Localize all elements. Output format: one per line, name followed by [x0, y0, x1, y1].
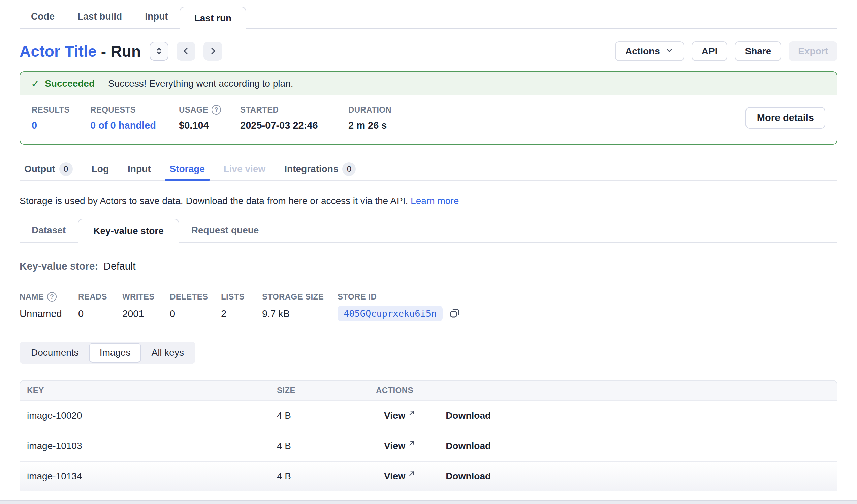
info-name: NAME ? Unnamed	[19, 292, 78, 321]
usage-help-icon[interactable]: ?	[212, 105, 221, 115]
prev-run-button[interactable]	[177, 42, 196, 61]
external-link-icon	[408, 469, 415, 480]
stat-results-value[interactable]: 0	[32, 120, 90, 131]
col-header-key: KEY	[20, 386, 277, 395]
check-icon: ✓	[31, 78, 39, 90]
download-link[interactable]: Download	[446, 410, 491, 421]
stat-usage-label: USAGE ?	[179, 105, 240, 115]
page-title: Actor Title - Run	[19, 42, 141, 60]
info-deletes-label: DELETES	[170, 292, 221, 302]
info-deletes: DELETES 0	[170, 292, 221, 321]
actor-run-page: Code Last build Input Last run Actor Tit…	[0, 5, 857, 491]
run-tab-output[interactable]: Output 0	[24, 158, 73, 180]
filter-documents[interactable]: Documents	[21, 343, 89, 363]
run-tab-storage[interactable]: Storage	[169, 158, 204, 180]
export-button: Export	[789, 41, 838, 61]
storage-tab-dataset-label: Dataset	[32, 225, 66, 236]
view-link-label: View	[384, 441, 405, 451]
run-tab-integrations-label: Integrations	[284, 164, 338, 174]
stat-requests-value[interactable]: 0 of 0 handled	[90, 120, 179, 131]
view-link[interactable]: View	[384, 471, 415, 482]
stat-results-label: RESULTS	[32, 105, 90, 115]
key-cell: image-10103	[20, 441, 277, 451]
share-button[interactable]: Share	[735, 41, 781, 61]
stat-results: RESULTS 0	[32, 105, 90, 144]
info-writes-value: 2001	[122, 308, 170, 319]
table-row: image-10103 4 B View Download	[20, 431, 837, 461]
view-link[interactable]: View	[384, 441, 415, 451]
more-details-button[interactable]: More details	[745, 107, 825, 128]
storage-tab-request-queue-label: Request queue	[191, 225, 259, 236]
learn-more-link[interactable]: Learn more	[411, 196, 459, 206]
actor-title-link[interactable]: Actor Title	[19, 43, 97, 60]
stat-duration-label: DURATION	[348, 105, 436, 115]
stat-duration-value: 2 m 26 s	[348, 120, 436, 131]
api-button[interactable]: API	[692, 41, 728, 61]
tab-last-run[interactable]: Last run	[180, 7, 246, 29]
tab-last-build-label: Last build	[78, 11, 122, 22]
run-tab-input-label: Input	[128, 164, 151, 174]
run-tab-storage-label: Storage	[169, 164, 204, 174]
run-tab-live-view-label: Live view	[224, 164, 266, 174]
storage-tab-request-queue[interactable]: Request queue	[179, 219, 271, 242]
info-writes-label: WRITES	[122, 292, 170, 302]
stat-requests: REQUESTS 0 of 0 handled	[90, 105, 179, 144]
filter-all-keys[interactable]: All keys	[141, 343, 194, 363]
info-writes: WRITES 2001	[122, 292, 170, 321]
info-lists-value: 2	[221, 308, 262, 319]
tab-code-label: Code	[31, 11, 54, 22]
info-reads: READS 0	[78, 292, 122, 321]
copy-store-id-button[interactable]	[449, 307, 461, 320]
title-row: Actor Title - Run Actions	[19, 40, 838, 62]
info-name-label: NAME ?	[19, 292, 78, 302]
store-id-wrap: 405GQcuprxeku6i5n	[338, 306, 461, 321]
actions-cell: View Download	[376, 471, 837, 482]
external-link-icon	[408, 408, 415, 419]
tab-input[interactable]: Input	[133, 5, 179, 28]
actions-button[interactable]: Actions	[615, 41, 684, 61]
info-storage-size-value: 9.7 kB	[262, 308, 338, 319]
store-id-value[interactable]: 405GQcuprxeku6i5n	[338, 306, 443, 321]
info-lists-label: LISTS	[221, 292, 262, 302]
next-run-button[interactable]	[203, 42, 222, 61]
run-tab-bar: Output 0 Log Input Storage Live view Int…	[19, 158, 838, 181]
table-row: image-10134 4 B View Download	[20, 461, 837, 491]
run-tab-log[interactable]: Log	[91, 158, 109, 180]
api-button-label: API	[702, 46, 718, 56]
download-link[interactable]: Download	[446, 471, 491, 482]
info-lists: LISTS 2	[221, 292, 262, 321]
run-selector-button[interactable]	[150, 42, 168, 61]
chevron-right-icon	[207, 46, 218, 57]
info-reads-value: 0	[78, 308, 122, 319]
horizontal-scrollbar[interactable]	[0, 500, 857, 504]
kv-store-name: Default	[103, 261, 135, 272]
storage-note: Storage is used by Actors to save data. …	[19, 196, 838, 206]
download-link[interactable]: Download	[446, 441, 491, 451]
size-cell: 4 B	[277, 471, 376, 482]
copy-icon	[449, 307, 461, 320]
status-message: Success! Everything went according to pl…	[108, 78, 293, 89]
key-cell: image-10020	[20, 410, 277, 421]
active-tab-underline	[165, 179, 209, 181]
header-actions: Actions API Share Export	[615, 41, 838, 61]
tab-last-run-label: Last run	[195, 13, 232, 23]
tab-code[interactable]: Code	[19, 5, 66, 28]
name-help-icon[interactable]: ?	[47, 292, 56, 302]
storage-note-text: Storage is used by Actors to save data. …	[19, 196, 408, 206]
stat-duration: DURATION 2 m 26 s	[348, 105, 436, 144]
external-link-icon	[408, 439, 415, 450]
storage-tab-dataset[interactable]: Dataset	[19, 219, 78, 242]
filter-images[interactable]: Images	[89, 343, 141, 363]
run-tab-input[interactable]: Input	[128, 158, 151, 180]
run-tab-live-view: Live view	[224, 158, 266, 180]
run-tab-integrations[interactable]: Integrations 0	[284, 158, 356, 180]
storage-tab-key-value-store[interactable]: Key-value store	[78, 219, 179, 243]
view-link-label: View	[384, 471, 405, 482]
keys-table: KEY SIZE ACTIONS image-10020 4 B View Do…	[19, 380, 838, 491]
view-link[interactable]: View	[384, 410, 415, 421]
share-button-label: Share	[745, 46, 771, 56]
stat-started: STARTED 2025-07-03 22:46	[240, 105, 348, 144]
tab-last-build[interactable]: Last build	[66, 5, 133, 28]
success-banner: ✓ Succeeded Success! Everything went acc…	[20, 72, 837, 95]
col-header-actions: ACTIONS	[376, 386, 837, 395]
